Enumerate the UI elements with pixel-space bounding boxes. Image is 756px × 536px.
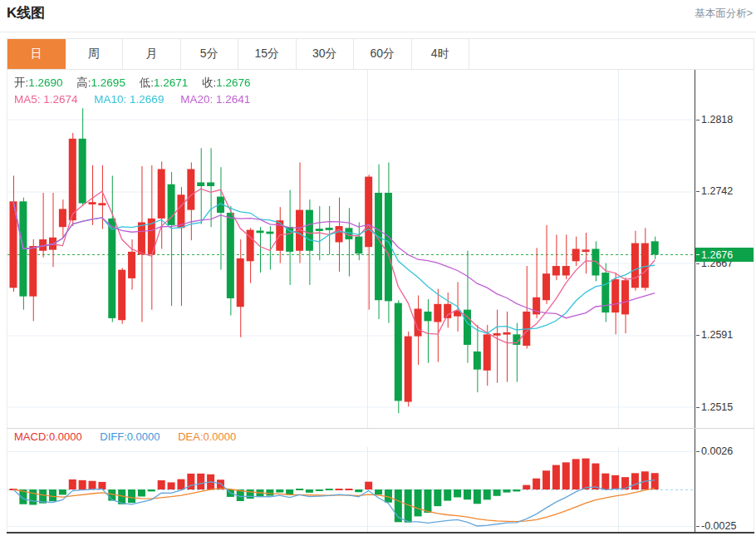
axis-tick	[696, 526, 700, 527]
axis-tick	[696, 120, 700, 120]
macd-legend: MACD:0.0000 DIFF:0.0000 DEA:0.0000	[14, 430, 236, 443]
kline-page: K线图 基本面分析> 日 周 月 5分 15分 30分 60分 4时 开:1.2…	[0, 0, 756, 536]
panel-right-border	[754, 70, 754, 533]
tab-4hour[interactable]: 4时	[412, 39, 470, 69]
current-price-tag: 1.2676	[695, 248, 754, 262]
tab-5min[interactable]: 5分	[181, 39, 239, 69]
tab-30min[interactable]: 30分	[297, 39, 355, 69]
page-title: K线图	[7, 3, 45, 22]
macd-chart[interactable]	[7, 447, 695, 533]
tab-month[interactable]: 月	[123, 39, 181, 69]
bottom-axis-line	[7, 532, 754, 534]
y-axis-label: 1.2742	[696, 185, 733, 197]
dea-value: DEA:0.0000	[178, 430, 236, 443]
diff-value: DIFF:0.0000	[100, 430, 160, 443]
fundamental-analysis-link[interactable]: 基本面分析>	[695, 7, 753, 21]
axis-tick	[696, 451, 700, 452]
macd-axis-label: -0.0025	[696, 520, 736, 532]
candlestick-chart[interactable]	[7, 70, 695, 428]
tab-15min[interactable]: 15分	[238, 39, 297, 69]
y-axis-label: 1.2818	[696, 114, 733, 125]
macd-axis-label: 0.0026	[696, 445, 733, 457]
header-divider	[0, 32, 756, 32]
tab-60min[interactable]: 60分	[354, 39, 412, 69]
y-axis-label: 1.2591	[696, 329, 733, 341]
axis-tick	[696, 335, 700, 336]
y-axis-label: 1.2515	[696, 401, 733, 413]
macd-value: MACD:0.0000	[14, 430, 82, 443]
axis-tick	[696, 263, 700, 264]
axis-tick	[696, 407, 700, 408]
price-axis-line	[695, 70, 695, 533]
tab-bar-filler	[469, 39, 754, 69]
axis-tick	[696, 191, 700, 192]
axis-tick	[696, 254, 700, 255]
tab-day[interactable]: 日	[7, 39, 66, 69]
macd-panel-divider	[7, 428, 754, 429]
tab-week[interactable]: 周	[66, 39, 124, 69]
timeframe-tab-bar: 日 周 月 5分 15分 30分 60分 4时	[7, 38, 754, 70]
